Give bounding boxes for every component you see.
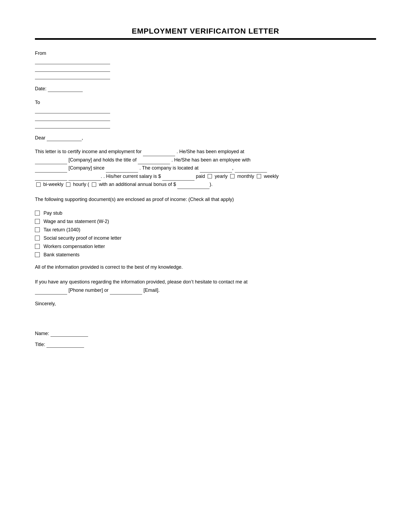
body-p1-text6: . The company is located at <box>139 165 199 171</box>
name-field-row: Name: <box>35 331 376 336</box>
checklist-item-3-label: Tax return (1040) <box>44 227 80 233</box>
to-section: To <box>35 100 376 128</box>
email-field[interactable] <box>110 286 142 295</box>
checklist-item-4-label: Social security proof of income letter <box>44 235 121 241</box>
checklist-item-2-label: Wage and tax statement (W-2) <box>44 219 109 224</box>
sincerely-label: Sincerely, <box>35 301 56 306</box>
date-label: Date: <box>35 86 46 91</box>
checklist-item-5: Workers compensation letter <box>35 244 376 249</box>
body-p1-text3: [Company] and holds the title of <box>68 157 136 163</box>
body-p1-text5: [Company] since <box>68 165 104 171</box>
location-field-2[interactable] <box>235 164 267 172</box>
dear-input[interactable] <box>47 135 82 141</box>
weekly-label: weekly <box>264 174 279 179</box>
employee-name-field[interactable] <box>143 148 175 156</box>
yearly-label: yearly <box>215 174 228 179</box>
title-field-row: Title: <box>35 342 376 347</box>
paystub-checkbox[interactable] <box>35 211 40 215</box>
to-line-2[interactable] <box>35 115 110 121</box>
bank-statements-checkbox[interactable] <box>35 252 40 257</box>
body-p1-text7: . His/her current salary is $ <box>103 174 161 179</box>
from-line-2[interactable] <box>35 66 110 72</box>
from-label: From <box>35 51 376 56</box>
hourly-checkbox[interactable] <box>66 182 70 187</box>
sincerely-section: Sincerely, <box>35 301 376 307</box>
location-field-1[interactable] <box>200 164 232 172</box>
biweekly-label: bi-weekly <box>43 182 63 187</box>
location-field-3[interactable] <box>35 172 67 181</box>
title-input[interactable] <box>46 342 84 348</box>
title-divider <box>35 38 376 40</box>
checklist-item-6-label: Bank statements <box>44 252 80 258</box>
title-label: Title: <box>35 342 45 347</box>
hourly-label: hourly <box>73 182 86 187</box>
closing-text: All of the information provided is corre… <box>35 263 376 271</box>
yearly-checkbox[interactable] <box>208 174 212 178</box>
monthly-checkbox[interactable] <box>230 174 235 178</box>
workers-comp-checkbox[interactable] <box>35 244 40 249</box>
phone-field[interactable] <box>35 286 67 295</box>
supporting-text: The following supporting document(s) are… <box>35 197 234 202</box>
contact-section: If you have any questions regarding the … <box>35 278 376 294</box>
checklist-item-1-label: Pay stub <box>44 210 62 216</box>
company-field-1[interactable] <box>35 156 67 164</box>
document-page: EMPLOYMENT VERIFICAITON LETTER From Date… <box>0 0 411 532</box>
name-input[interactable] <box>51 331 88 337</box>
from-section: From <box>35 51 376 79</box>
taxreturn-checkbox[interactable] <box>35 227 40 232</box>
contact-text-content: If you have any questions regarding the … <box>35 279 248 285</box>
dear-label: Dear <box>35 135 45 141</box>
company-field-2[interactable] <box>35 164 67 172</box>
title-field[interactable] <box>138 156 170 164</box>
monthly-label: monthly <box>237 174 254 179</box>
social-security-checkbox[interactable] <box>35 236 40 240</box>
bonus-checkbox[interactable] <box>92 182 96 187</box>
checklist-item-1: Pay stub <box>35 210 376 216</box>
w2-checkbox[interactable] <box>35 219 40 224</box>
body-p1-text4: . He/She has been an employee with <box>171 157 250 163</box>
name-label: Name: <box>35 331 49 336</box>
supporting-docs-heading: The following supporting document(s) are… <box>35 195 376 204</box>
body-p1-text8: paid <box>196 174 205 179</box>
dear-field: Dear , <box>35 135 376 141</box>
body-p1-text1: This letter is to certify income and emp… <box>35 149 142 154</box>
bonus-field[interactable] <box>177 180 210 189</box>
phone-label: [Phone number] or <box>68 287 109 293</box>
signature-section: Name: Title: <box>35 331 376 347</box>
to-line-3[interactable] <box>35 123 110 128</box>
checklist-item-4: Social security proof of income letter <box>35 235 376 241</box>
date-field: Date: <box>35 86 376 92</box>
from-line-3[interactable] <box>35 73 110 79</box>
salary-field[interactable] <box>162 172 194 181</box>
to-line-1[interactable] <box>35 107 110 113</box>
since-date-field[interactable] <box>106 164 138 172</box>
checklist-item-6: Bank statements <box>35 252 376 258</box>
with-label: with an additional annual bonus of $ <box>99 182 176 187</box>
checklist-section: Pay stub Wage and tax statement (W-2) Ta… <box>35 210 376 258</box>
body-p1-text2: . He/She has been employed at <box>176 149 244 154</box>
from-line-1[interactable] <box>35 58 110 64</box>
checklist-item-3: Tax return (1040) <box>35 227 376 233</box>
location-field-4[interactable] <box>68 172 101 181</box>
closing-text-content: All of the information provided is corre… <box>35 264 183 270</box>
checklist-item-2: Wage and tax statement (W-2) <box>35 219 376 224</box>
date-input[interactable] <box>48 86 83 92</box>
to-label: To <box>35 100 376 105</box>
body-paragraph-1: This letter is to certify income and emp… <box>35 148 376 189</box>
document-title: EMPLOYMENT VERIFICAITON LETTER <box>35 27 376 35</box>
checklist-item-5-label: Workers compensation letter <box>44 244 105 249</box>
email-label: [Email]. <box>143 287 160 293</box>
biweekly-checkbox[interactable] <box>36 182 41 187</box>
weekly-checkbox[interactable] <box>257 174 261 178</box>
